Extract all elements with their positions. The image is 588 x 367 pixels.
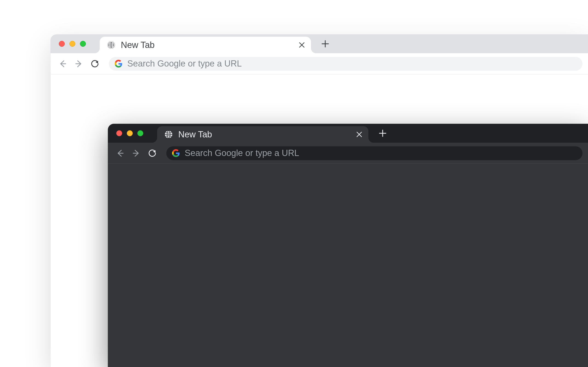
toolbar [51,53,588,74]
window-controls [116,130,143,136]
browser-window-dark: New Tab [108,124,588,367]
address-bar[interactable] [166,146,582,160]
forward-button[interactable] [130,147,143,160]
maximize-window-button[interactable] [137,130,143,136]
page-content [108,164,588,367]
tabstrip: New Tab [51,34,588,53]
address-bar[interactable] [109,57,582,71]
back-button[interactable] [113,147,127,160]
globe-icon [107,40,116,50]
address-input[interactable] [127,59,577,69]
tab-title: New Tab [121,40,299,50]
browser-tab[interactable]: New Tab [157,126,368,143]
new-tab-button[interactable] [318,37,332,51]
close-tab-button[interactable] [356,131,363,138]
google-icon [172,149,180,157]
forward-button[interactable] [72,57,86,70]
back-button[interactable] [56,57,69,70]
minimize-window-button[interactable] [127,130,133,136]
tabstrip: New Tab [108,124,588,143]
reload-button[interactable] [146,147,159,160]
maximize-window-button[interactable] [80,41,86,47]
minimize-window-button[interactable] [69,41,75,47]
browser-tab[interactable]: New Tab [100,37,311,53]
globe-icon [164,130,173,139]
window-controls [59,41,86,47]
tab-title: New Tab [178,130,356,140]
close-window-button[interactable] [59,41,65,47]
toolbar [108,143,588,164]
new-tab-button[interactable] [376,126,389,140]
address-input[interactable] [185,148,577,158]
reload-button[interactable] [88,57,102,70]
close-tab-button[interactable] [299,42,305,48]
google-icon [114,60,123,68]
close-window-button[interactable] [116,130,122,136]
